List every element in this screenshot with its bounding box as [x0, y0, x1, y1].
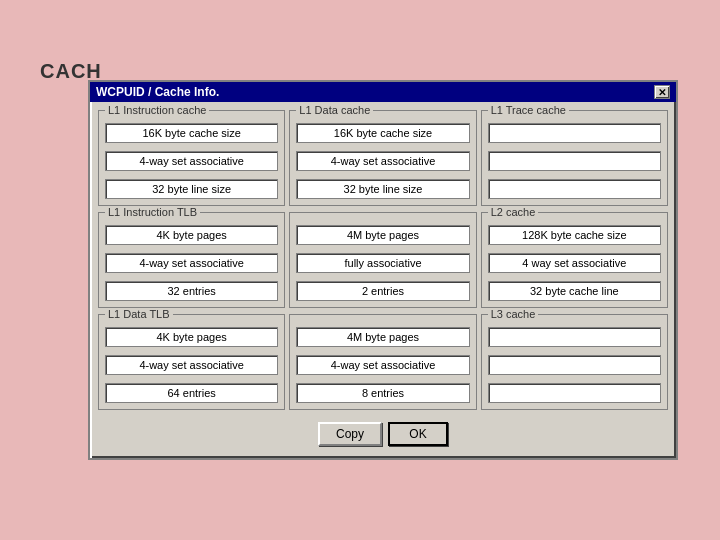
dialog-title: WCPUID / Cache Info. — [96, 85, 219, 99]
l1-instr-tlb-title: L1 Instruction TLB — [105, 206, 200, 218]
l1-instr-tlb-field-1: 4-way set associative — [105, 253, 278, 273]
l1-instr-tlb-field-2: 32 entries — [105, 281, 278, 301]
l3-cache-group: L3 cache — [481, 314, 668, 410]
l2-cache-field-2: 32 byte cache line — [488, 281, 661, 301]
button-row: Copy OK — [98, 418, 668, 450]
l1-trace-field-1 — [488, 151, 661, 171]
l1-instruction-field-0: 16K byte cache size — [105, 123, 278, 143]
l1-data-tlb2-field-0: 4M byte pages — [296, 327, 469, 347]
l1-instruction-field-2: 32 byte line size — [105, 179, 278, 199]
l1-data-tlb-field-0: 4K byte pages — [105, 327, 278, 347]
l1-instr-tlb-field-0: 4K byte pages — [105, 225, 278, 245]
l3-cache-field-0 — [488, 327, 661, 347]
section-row-2: L1 Instruction TLB 4K byte pages 4-way s… — [98, 212, 668, 308]
l1-data-tlb-title: L1 Data TLB — [105, 308, 173, 320]
close-button[interactable]: ✕ — [654, 85, 670, 99]
copy-button[interactable]: Copy — [318, 422, 382, 446]
l1-data-field-2: 32 byte line size — [296, 179, 469, 199]
l1-instruction-cache-group: L1 Instruction cache 16K byte cache size… — [98, 110, 285, 206]
l1-trace-cache-group: L1 Trace cache — [481, 110, 668, 206]
l1-instr-tlb2-field-0: 4M byte pages — [296, 225, 469, 245]
dialog-content: L1 Instruction cache 16K byte cache size… — [90, 102, 676, 458]
l1-data-field-0: 16K byte cache size — [296, 123, 469, 143]
l1-instr-tlb2-group: 4M byte pages fully associative 2 entrie… — [289, 212, 476, 308]
l1-data-title: L1 Data cache — [296, 104, 373, 116]
l2-cache-group: L2 cache 128K byte cache size 4 way set … — [481, 212, 668, 308]
l1-data-tlb-field-1: 4-way set associative — [105, 355, 278, 375]
l3-cache-field-2 — [488, 383, 661, 403]
l1-instr-tlb-group: L1 Instruction TLB 4K byte pages 4-way s… — [98, 212, 285, 308]
l1-trace-field-0 — [488, 123, 661, 143]
l1-data-tlb2-field-1: 4-way set associative — [296, 355, 469, 375]
l1-instruction-title: L1 Instruction cache — [105, 104, 209, 116]
l1-data-cache-group: L1 Data cache 16K byte cache size 4-way … — [289, 110, 476, 206]
l1-data-field-1: 4-way set associative — [296, 151, 469, 171]
l2-cache-title: L2 cache — [488, 206, 539, 218]
section-row-1: L1 Instruction cache 16K byte cache size… — [98, 110, 668, 206]
title-bar: WCPUID / Cache Info. ✕ — [90, 82, 676, 102]
l3-cache-field-1 — [488, 355, 661, 375]
l1-instruction-field-1: 4-way set associative — [105, 151, 278, 171]
l1-data-tlb2-field-2: 8 entries — [296, 383, 469, 403]
ok-button[interactable]: OK — [388, 422, 448, 446]
l1-trace-field-2 — [488, 179, 661, 199]
section-row-3: L1 Data TLB 4K byte pages 4-way set asso… — [98, 314, 668, 410]
l2-cache-field-0: 128K byte cache size — [488, 225, 661, 245]
dialog-window: WCPUID / Cache Info. ✕ L1 Instruction ca… — [88, 80, 678, 460]
l3-cache-title: L3 cache — [488, 308, 539, 320]
l1-data-tlb-field-2: 64 entries — [105, 383, 278, 403]
l1-trace-title: L1 Trace cache — [488, 104, 569, 116]
l1-data-tlb2-group: 4M byte pages 4-way set associative 8 en… — [289, 314, 476, 410]
l1-data-tlb-group: L1 Data TLB 4K byte pages 4-way set asso… — [98, 314, 285, 410]
l1-instr-tlb2-field-1: fully associative — [296, 253, 469, 273]
l2-cache-field-1: 4 way set associative — [488, 253, 661, 273]
l1-instr-tlb2-field-2: 2 entries — [296, 281, 469, 301]
